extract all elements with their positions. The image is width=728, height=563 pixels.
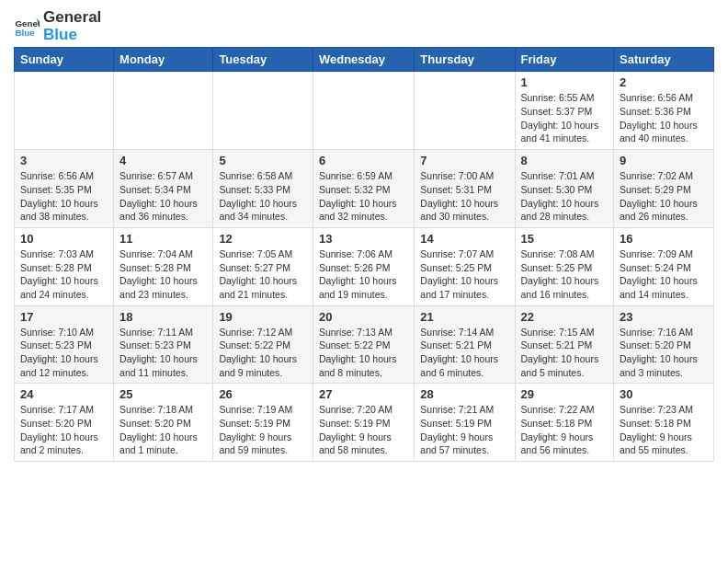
header-wednesday: Wednesday	[313, 48, 414, 72]
logo: General Blue General Blue	[14, 9, 101, 43]
page-header: General Blue General Blue	[14, 9, 714, 43]
day-number: 3	[20, 154, 108, 167]
cell-2-2: 4Sunrise: 6:57 AMSunset: 5:34 PMDaylight…	[114, 150, 213, 228]
day-info: Sunrise: 7:09 AMSunset: 5:24 PMDaylight:…	[620, 247, 708, 302]
day-info: Sunrise: 7:23 AMSunset: 5:18 PMDaylight:…	[620, 403, 708, 457]
cell-2-7: 9Sunrise: 7:02 AMSunset: 5:29 PMDaylight…	[614, 150, 714, 228]
cell-3-6: 15Sunrise: 7:08 AMSunset: 5:25 PMDayligh…	[515, 227, 614, 305]
cell-4-1: 17Sunrise: 7:10 AMSunset: 5:23 PMDayligh…	[15, 305, 114, 384]
cell-1-1	[15, 72, 114, 150]
cell-1-7: 2Sunrise: 6:56 AMSunset: 5:36 PMDaylight…	[614, 72, 714, 150]
day-number: 30	[620, 387, 708, 401]
cell-5-7: 30Sunrise: 7:23 AMSunset: 5:18 PMDayligh…	[614, 384, 714, 462]
day-info: Sunrise: 7:20 AMSunset: 5:19 PMDaylight:…	[319, 403, 408, 457]
logo-icon: General Blue	[14, 14, 40, 40]
day-info: Sunrise: 7:04 AMSunset: 5:28 PMDaylight:…	[119, 247, 207, 302]
cell-1-3	[213, 72, 313, 150]
cell-5-2: 25Sunrise: 7:18 AMSunset: 5:20 PMDayligh…	[114, 384, 213, 462]
day-number: 28	[420, 387, 508, 401]
day-number: 17	[20, 310, 108, 324]
day-number: 1	[521, 75, 609, 89]
cell-2-5: 7Sunrise: 7:00 AMSunset: 5:31 PMDaylight…	[415, 150, 515, 228]
day-number: 14	[420, 232, 508, 246]
header-friday: Friday	[515, 48, 614, 72]
day-info: Sunrise: 7:07 AMSunset: 5:25 PMDaylight:…	[420, 247, 508, 302]
day-number: 2	[620, 75, 708, 89]
header-sunday: Sunday	[15, 48, 114, 72]
logo-line2: Blue	[43, 27, 101, 44]
day-number: 10	[20, 232, 108, 246]
day-info: Sunrise: 7:03 AMSunset: 5:28 PMDaylight:…	[20, 247, 108, 302]
day-info: Sunrise: 7:16 AMSunset: 5:20 PMDaylight:…	[620, 326, 708, 380]
cell-2-1: 3Sunrise: 6:56 AMSunset: 5:35 PMDaylight…	[15, 150, 114, 228]
day-number: 23	[620, 310, 708, 324]
cell-5-5: 28Sunrise: 7:21 AMSunset: 5:19 PMDayligh…	[415, 384, 515, 462]
day-info: Sunrise: 7:12 AMSunset: 5:22 PMDaylight:…	[219, 326, 307, 380]
cell-3-7: 16Sunrise: 7:09 AMSunset: 5:24 PMDayligh…	[614, 227, 714, 305]
cell-5-1: 24Sunrise: 7:17 AMSunset: 5:20 PMDayligh…	[15, 384, 114, 462]
day-info: Sunrise: 6:58 AMSunset: 5:33 PMDaylight:…	[219, 169, 307, 224]
logo-line1: General	[43, 9, 101, 27]
svg-text:Blue: Blue	[15, 27, 35, 37]
day-number: 20	[319, 310, 408, 324]
day-info: Sunrise: 6:56 AMSunset: 5:36 PMDaylight:…	[620, 91, 708, 145]
cell-4-6: 22Sunrise: 7:15 AMSunset: 5:21 PMDayligh…	[515, 305, 614, 384]
cell-3-5: 14Sunrise: 7:07 AMSunset: 5:25 PMDayligh…	[415, 227, 515, 305]
cell-1-6: 1Sunrise: 6:55 AMSunset: 5:37 PMDaylight…	[515, 72, 614, 150]
day-info: Sunrise: 7:06 AMSunset: 5:26 PMDaylight:…	[319, 247, 408, 302]
cell-4-2: 18Sunrise: 7:11 AMSunset: 5:23 PMDayligh…	[114, 305, 213, 384]
day-number: 18	[119, 310, 207, 324]
cell-2-3: 5Sunrise: 6:58 AMSunset: 5:33 PMDaylight…	[213, 150, 313, 228]
day-number: 11	[119, 232, 207, 246]
day-number: 4	[119, 154, 207, 167]
day-number: 8	[521, 154, 609, 167]
day-number: 22	[521, 310, 609, 324]
cell-3-3: 12Sunrise: 7:05 AMSunset: 5:27 PMDayligh…	[213, 227, 313, 305]
cell-5-3: 26Sunrise: 7:19 AMSunset: 5:19 PMDayligh…	[213, 384, 313, 462]
day-info: Sunrise: 7:05 AMSunset: 5:27 PMDaylight:…	[219, 247, 307, 302]
day-info: Sunrise: 7:19 AMSunset: 5:19 PMDaylight:…	[219, 403, 307, 457]
calendar-header-row: SundayMondayTuesdayWednesdayThursdayFrid…	[15, 48, 714, 72]
week-row-5: 24Sunrise: 7:17 AMSunset: 5:20 PMDayligh…	[15, 384, 714, 462]
cell-3-1: 10Sunrise: 7:03 AMSunset: 5:28 PMDayligh…	[15, 227, 114, 305]
cell-4-7: 23Sunrise: 7:16 AMSunset: 5:20 PMDayligh…	[614, 305, 714, 384]
day-info: Sunrise: 6:55 AMSunset: 5:37 PMDaylight:…	[521, 91, 609, 145]
cell-1-4	[313, 72, 414, 150]
cell-3-2: 11Sunrise: 7:04 AMSunset: 5:28 PMDayligh…	[114, 227, 213, 305]
day-info: Sunrise: 6:56 AMSunset: 5:35 PMDaylight:…	[20, 169, 108, 224]
day-info: Sunrise: 7:14 AMSunset: 5:21 PMDaylight:…	[420, 326, 508, 380]
cell-5-6: 29Sunrise: 7:22 AMSunset: 5:18 PMDayligh…	[515, 384, 614, 462]
day-number: 21	[420, 310, 508, 324]
week-row-3: 10Sunrise: 7:03 AMSunset: 5:28 PMDayligh…	[15, 227, 714, 305]
cell-1-2	[114, 72, 213, 150]
day-number: 25	[119, 387, 207, 401]
cell-5-4: 27Sunrise: 7:20 AMSunset: 5:19 PMDayligh…	[313, 384, 414, 462]
week-row-4: 17Sunrise: 7:10 AMSunset: 5:23 PMDayligh…	[15, 305, 714, 384]
day-info: Sunrise: 7:17 AMSunset: 5:20 PMDaylight:…	[20, 403, 108, 457]
day-info: Sunrise: 6:57 AMSunset: 5:34 PMDaylight:…	[119, 169, 207, 224]
cell-4-3: 19Sunrise: 7:12 AMSunset: 5:22 PMDayligh…	[213, 305, 313, 384]
day-number: 7	[420, 154, 508, 167]
day-number: 13	[319, 232, 408, 246]
day-number: 26	[219, 387, 307, 401]
week-row-1: 1Sunrise: 6:55 AMSunset: 5:37 PMDaylight…	[15, 72, 714, 150]
day-number: 5	[219, 154, 307, 167]
day-number: 29	[521, 387, 609, 401]
day-number: 16	[620, 232, 708, 246]
header-saturday: Saturday	[614, 48, 714, 72]
day-info: Sunrise: 7:13 AMSunset: 5:22 PMDaylight:…	[319, 326, 408, 380]
cell-1-5	[415, 72, 515, 150]
day-info: Sunrise: 7:08 AMSunset: 5:25 PMDaylight:…	[521, 247, 609, 302]
day-info: Sunrise: 7:18 AMSunset: 5:20 PMDaylight:…	[119, 403, 207, 457]
day-info: Sunrise: 7:21 AMSunset: 5:19 PMDaylight:…	[420, 403, 508, 457]
week-row-2: 3Sunrise: 6:56 AMSunset: 5:35 PMDaylight…	[15, 150, 714, 228]
cell-2-4: 6Sunrise: 6:59 AMSunset: 5:32 PMDaylight…	[313, 150, 414, 228]
day-number: 15	[521, 232, 609, 246]
header-thursday: Thursday	[415, 48, 515, 72]
day-info: Sunrise: 7:15 AMSunset: 5:21 PMDaylight:…	[521, 326, 609, 380]
day-info: Sunrise: 7:00 AMSunset: 5:31 PMDaylight:…	[420, 169, 508, 224]
day-info: Sunrise: 7:11 AMSunset: 5:23 PMDaylight:…	[119, 326, 207, 380]
cell-4-5: 21Sunrise: 7:14 AMSunset: 5:21 PMDayligh…	[415, 305, 515, 384]
cell-4-4: 20Sunrise: 7:13 AMSunset: 5:22 PMDayligh…	[313, 305, 414, 384]
calendar-table: SundayMondayTuesdayWednesdayThursdayFrid…	[14, 47, 714, 462]
